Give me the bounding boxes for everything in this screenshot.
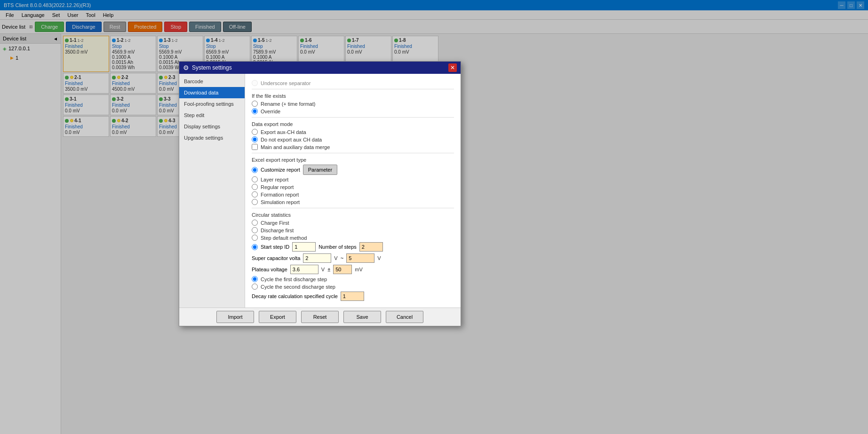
dialog-nav: Barcode Download data Fool-proofing sett… [179, 74, 245, 308]
dialog-content: Underscore separator If the file exists … [245, 74, 461, 308]
cycle-second-row: Cycle the second discharge step [252, 284, 454, 290]
save-button[interactable]: Save [343, 311, 381, 323]
decay-input[interactable] [341, 292, 364, 301]
charge-first-row: Charge First [252, 220, 454, 226]
nav-upgrade-settings[interactable]: Upgrade settings [179, 132, 245, 143]
dialog-body: Barcode Download data Fool-proofing sett… [179, 74, 461, 308]
dialog-settings-icon: ⚙ [183, 64, 189, 71]
step-default-label: Step default method [261, 235, 307, 241]
underscore-radio[interactable] [252, 80, 258, 86]
nav-barcode[interactable]: Barcode [179, 76, 245, 87]
export-aux-label: Export aux-CH data [261, 129, 306, 135]
plateau-pm: ± [327, 267, 330, 272]
parameter-button[interactable]: Parameter [303, 165, 337, 175]
decay-label: Decay rate calculation specified cycle [252, 293, 338, 299]
no-export-radio[interactable] [252, 136, 258, 142]
super-cap-unit: V [334, 255, 337, 261]
separator-3 [252, 153, 454, 153]
step-default-radio[interactable] [252, 235, 258, 241]
no-export-label: Do not export aux CH data [261, 137, 322, 142]
export-button[interactable]: Export [259, 311, 296, 323]
layer-report-row: Layer report [252, 176, 454, 182]
discharge-first-label: Discharge first [261, 228, 294, 233]
super-cap-label: Super capacitor volta [252, 255, 300, 261]
nav-fool-proofing[interactable]: Fool-proofing settings [179, 98, 245, 110]
regular-report-radio[interactable] [252, 184, 258, 190]
simulation-label: Simulation report [261, 199, 300, 205]
system-settings-dialog: ⚙ System settings ✕ Barcode Download dat… [179, 61, 461, 326]
step-default-row: Step default method [252, 235, 454, 241]
num-steps-input[interactable] [359, 242, 383, 252]
file-exists-title: If the file exists [252, 93, 454, 99]
cycle-first-label: Cycle the first discharge step [261, 276, 327, 282]
nav-download-data[interactable]: Download data [179, 87, 245, 98]
formation-report-radio[interactable] [252, 191, 258, 197]
start-step-label: Start step ID [261, 244, 289, 250]
separator-2 [252, 117, 454, 118]
separator-1 [252, 89, 454, 89]
regular-label: Regular report [261, 184, 294, 190]
regular-report-row: Regular report [252, 184, 454, 190]
cycle-second-radio[interactable] [252, 284, 258, 290]
underscore-separator-row: Underscore separator [252, 80, 454, 86]
underscore-label: Underscore separator [261, 80, 311, 86]
plateau-label: Plateau voltage [252, 267, 287, 272]
start-step-radio[interactable] [252, 244, 258, 250]
cycle-second-label: Cycle the second discharge step [261, 284, 335, 290]
excel-report-title: Excel export report type [252, 157, 454, 163]
layer-label: Layer report [261, 177, 288, 182]
override-label: Override [261, 109, 280, 114]
plateau-input[interactable] [290, 265, 319, 274]
super-cap-max-unit: V [377, 255, 381, 261]
customize-label: Customize report [261, 167, 300, 173]
decay-row: Decay rate calculation specified cycle [252, 292, 454, 301]
customize-report-row: Customize report Parameter [252, 165, 454, 175]
charge-first-radio[interactable] [252, 220, 258, 226]
export-aux-radio[interactable] [252, 129, 258, 135]
formation-label: Formation report [261, 192, 299, 197]
customize-radio[interactable] [252, 167, 258, 173]
cycle-first-row: Cycle the first discharge step [252, 276, 454, 282]
charge-first-label: Charge First [261, 220, 289, 226]
export-aux-row: Export aux-CH data [252, 129, 454, 135]
nav-step-edit[interactable]: Step edit [179, 110, 245, 121]
plateau-row: Plateau voltage V ± mV [252, 265, 454, 274]
override-row: Override [252, 108, 454, 114]
dialog-title-bar: ⚙ System settings ✕ [179, 62, 461, 74]
reset-button[interactable]: Reset [301, 311, 339, 323]
merge-checkbox[interactable] [252, 144, 258, 150]
rename-label: Rename (+ time format) [261, 101, 315, 107]
dialog-title: System settings [192, 64, 232, 71]
num-steps-label: Number of steps [319, 244, 357, 250]
layer-report-radio[interactable] [252, 176, 258, 182]
merge-row: Main and auxiliary data merge [252, 144, 454, 150]
super-cap-max-input[interactable] [346, 253, 374, 263]
plateau-mv-unit: mV [355, 267, 363, 272]
plateau-unit: V [321, 267, 325, 272]
cancel-button[interactable]: Cancel [386, 311, 423, 323]
simulation-report-row: Simulation report [252, 199, 454, 205]
start-step-row: Start step ID Number of steps [252, 242, 454, 252]
import-button[interactable]: Import [216, 311, 254, 323]
simulation-report-radio[interactable] [252, 199, 258, 205]
nav-display-settings[interactable]: Display settings [179, 121, 245, 132]
dialog-close-button[interactable]: ✕ [448, 63, 457, 72]
discharge-first-row: Discharge first [252, 227, 454, 233]
rename-radio[interactable] [252, 101, 258, 107]
no-export-row: Do not export aux CH data [252, 136, 454, 142]
super-cap-row: Super capacitor volta V ~ V [252, 253, 454, 263]
discharge-first-radio[interactable] [252, 227, 258, 233]
override-radio[interactable] [252, 108, 258, 114]
merge-label: Main and auxiliary data merge [261, 144, 330, 150]
cycle-first-radio[interactable] [252, 276, 258, 282]
dialog-footer: Import Export Reset Save Cancel [179, 308, 461, 326]
formation-report-row: Formation report [252, 191, 454, 197]
rename-row: Rename (+ time format) [252, 101, 454, 107]
data-export-title: Data export mode [252, 121, 454, 127]
tilde: ~ [341, 255, 343, 261]
plateau-mv-input[interactable] [333, 265, 352, 274]
start-step-input[interactable] [292, 242, 316, 252]
circular-stats-title: Circular statistics [252, 212, 454, 218]
super-cap-input[interactable] [303, 253, 331, 263]
separator-4 [252, 208, 454, 208]
